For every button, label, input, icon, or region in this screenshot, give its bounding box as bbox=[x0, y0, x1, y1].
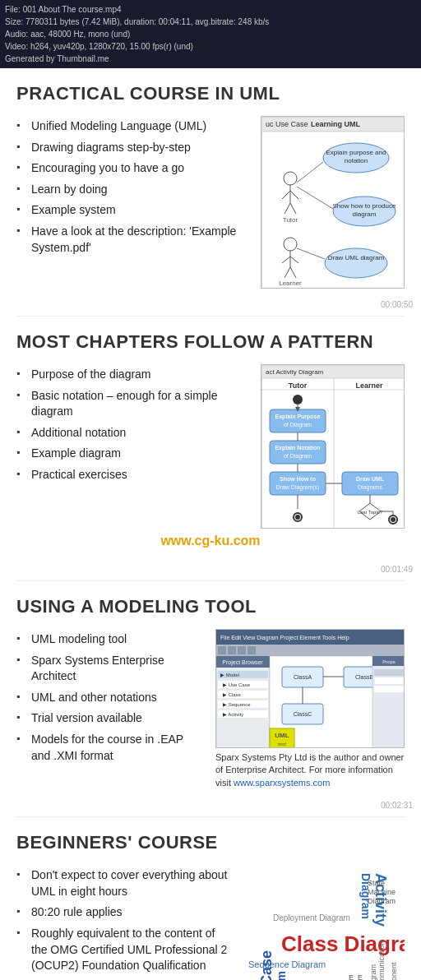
file-info-bar: File: 001 About The course.mp4 Size: 778… bbox=[0, 0, 421, 68]
svg-text:Machine: Machine bbox=[368, 888, 396, 896]
section2-bullet-list: Purpose of the diagram Basic notation – … bbox=[16, 364, 249, 486]
section2-bullet-1: Purpose of the diagram bbox=[16, 364, 249, 386]
section1-bullet-4: Learn by doing bbox=[16, 179, 249, 201]
svg-text:▶ Model: ▶ Model bbox=[220, 673, 239, 677]
svg-point-54 bbox=[295, 515, 300, 520]
svg-text:ClassA: ClassA bbox=[294, 674, 312, 680]
uc-diagram: uc Use Case uc Use Case Learning UML Exp… bbox=[261, 116, 405, 289]
svg-text:Draw Diagram(s): Draw Diagram(s) bbox=[276, 484, 320, 491]
file-info-line4: Video: h264, yuv420p, 1280x720, 15.00 fp… bbox=[5, 40, 416, 53]
svg-text:Draw UML: Draw UML bbox=[356, 476, 385, 482]
svg-text:Draw UML diagram: Draw UML diagram bbox=[328, 254, 385, 261]
svg-text:E: E bbox=[349, 973, 354, 980]
svg-text:Component: Component bbox=[390, 962, 398, 980]
svg-text:Diagrams: Diagrams bbox=[358, 484, 382, 491]
section2-bullet-5: Practical exercises bbox=[16, 465, 249, 486]
section4-bullet-list: Don't expect to cover everything about U… bbox=[16, 865, 229, 977]
svg-text:uc Use Case: uc Use Case bbox=[266, 120, 308, 128]
section3-bullet-3: UML and other notations bbox=[16, 687, 204, 709]
section3-timestamp: 00:02:31 bbox=[0, 797, 421, 816]
svg-text:Diagram: Diagram bbox=[368, 897, 396, 905]
svg-text:UML: UML bbox=[275, 732, 289, 739]
file-info-line3: Audio: aac, 48000 Hz, mono (und) bbox=[5, 28, 416, 40]
section3-bullet-1: UML modeling tool bbox=[16, 629, 204, 650]
section4-bullet-3: Roughly equivalent to the content of the… bbox=[16, 923, 229, 977]
svg-text:Diagram: Diagram bbox=[369, 964, 377, 980]
section2-bullet-2: Basic notation – enough for a simple dia… bbox=[16, 386, 249, 423]
svg-text:E: E bbox=[358, 973, 363, 980]
svg-text:Show How to: Show How to bbox=[280, 476, 316, 482]
section1-bullet-list: Unified Modeling Language (UML) Drawing … bbox=[16, 116, 249, 258]
svg-text:of Diagram: of Diagram bbox=[284, 422, 312, 428]
section3-bullet-list: UML modeling tool Sparx Systems Enterpri… bbox=[16, 629, 204, 766]
tool-screenshot: File Edit View Diagram Project Element T… bbox=[215, 629, 405, 748]
section1-bullet-1: Unified Modeling Language (UML) bbox=[16, 116, 249, 137]
svg-rect-94 bbox=[374, 669, 404, 676]
section1-bullet-2: Drawing diagrams step-by-step bbox=[16, 137, 249, 159]
svg-text:Explain Purpose: Explain Purpose bbox=[275, 414, 321, 420]
svg-text:of Diagram: of Diagram bbox=[284, 453, 312, 460]
svg-rect-96 bbox=[374, 686, 404, 692]
svg-text:act Activity Diagram: act Activity Diagram bbox=[266, 368, 324, 376]
svg-text:File  Edit  View  Diagram  Pro: File Edit View Diagram Project Element T… bbox=[220, 635, 349, 641]
section3-bullet-5: Models for the course in .EAP and .XMI f… bbox=[16, 729, 204, 766]
section2-title: MOST CHAPTERS FOLLOW A PATTERN bbox=[16, 331, 405, 353]
section2-bullet-4: Example diagram bbox=[16, 443, 249, 465]
svg-text:Communication: Communication bbox=[377, 941, 386, 980]
svg-rect-99 bbox=[238, 646, 246, 654]
activity-diagram: act Activity Diagram Tutor Learner Expla… bbox=[261, 364, 405, 529]
section-beginners: BEGINNERS' COURSE Don't expect to cover … bbox=[0, 817, 421, 980]
svg-text:notation: notation bbox=[345, 157, 368, 164]
section1-timestamp: 00:00:50 bbox=[0, 297, 421, 316]
svg-text:Learner: Learner bbox=[355, 381, 383, 390]
section1-title: PRACTICAL COURSE IN UML bbox=[16, 83, 405, 104]
section3-title: USING A MODELING TOOL bbox=[16, 596, 405, 617]
watermark: www.cg-ku.com bbox=[16, 529, 405, 553]
svg-text:Tutor: Tutor bbox=[289, 381, 308, 390]
section3-bullet-4: Trial version available bbox=[16, 708, 204, 729]
svg-rect-100 bbox=[248, 646, 256, 654]
section2-content: Purpose of the diagram Basic notation – … bbox=[16, 364, 405, 529]
section1-content: Unified Modeling Language (UML) Drawing … bbox=[16, 116, 405, 289]
svg-text:diagram: diagram bbox=[353, 210, 377, 218]
svg-text:▶ Class: ▶ Class bbox=[223, 692, 241, 697]
section-modeling-tool: USING A MODELING TOOL UML modeling tool … bbox=[0, 581, 421, 797]
svg-text:Project Browser: Project Browser bbox=[222, 659, 263, 666]
svg-text:Diagram: Diagram bbox=[275, 971, 288, 980]
svg-text:Deployment Diagram: Deployment Diagram bbox=[273, 913, 350, 922]
svg-point-38 bbox=[293, 395, 303, 404]
svg-rect-98 bbox=[228, 646, 236, 654]
svg-text:Learning UML: Learning UML bbox=[311, 120, 361, 128]
svg-text:ClassB: ClassB bbox=[355, 674, 374, 680]
svg-point-12 bbox=[325, 248, 387, 278]
svg-text:tool: tool bbox=[278, 742, 286, 747]
svg-text:Show how to produce: Show how to produce bbox=[333, 202, 396, 210]
svg-rect-97 bbox=[218, 646, 226, 654]
svg-point-56 bbox=[391, 517, 396, 522]
section3-bullet-2: Sparx Systems Enterprise Architect bbox=[16, 650, 204, 687]
section2-timestamp: 00:01:49 bbox=[0, 562, 421, 580]
svg-text:Tutor: Tutor bbox=[283, 216, 298, 224]
section4-content: Don't expect to cover everything about U… bbox=[16, 865, 405, 980]
file-info-line2: Size: 7780311 bytes (7.42 MiB), duration… bbox=[5, 16, 416, 28]
section4-bullet-2: 80:20 rule applies bbox=[16, 902, 229, 923]
file-info-line1: File: 001 About The course.mp4 bbox=[5, 3, 416, 16]
svg-text:▶ Sequence: ▶ Sequence bbox=[223, 702, 251, 707]
svg-text:Learner: Learner bbox=[279, 280, 302, 287]
section1-bullet-5: Example system bbox=[16, 200, 249, 221]
svg-text:ClassC: ClassC bbox=[294, 711, 312, 717]
section2-bullet-3: Additional notation bbox=[16, 423, 249, 444]
file-info-line5: Generated by Thumbnail.me bbox=[5, 53, 416, 65]
section4-title: BEGINNERS' COURSE bbox=[16, 832, 405, 853]
section1-bullet-3: Encouraging you to have a go bbox=[16, 158, 249, 179]
svg-rect-95 bbox=[374, 677, 404, 684]
svg-text:Explain purpose and: Explain purpose and bbox=[326, 149, 386, 156]
sparx-link[interactable]: www.sparxsystems.com bbox=[234, 778, 330, 788]
uml-word-cloud: Activity Diagram State Machine Diagram D… bbox=[240, 865, 405, 980]
section3-content: UML modeling tool Sparx Systems Enterpri… bbox=[16, 629, 405, 789]
section4-bullet-1: Don't expect to cover everything about U… bbox=[16, 865, 229, 902]
svg-text:Class Diagram: Class Diagram bbox=[281, 931, 405, 956]
svg-text:Props: Props bbox=[382, 659, 396, 664]
svg-text:Use Case: Use Case bbox=[258, 950, 275, 980]
svg-text:▶ Activity: ▶ Activity bbox=[223, 712, 243, 717]
